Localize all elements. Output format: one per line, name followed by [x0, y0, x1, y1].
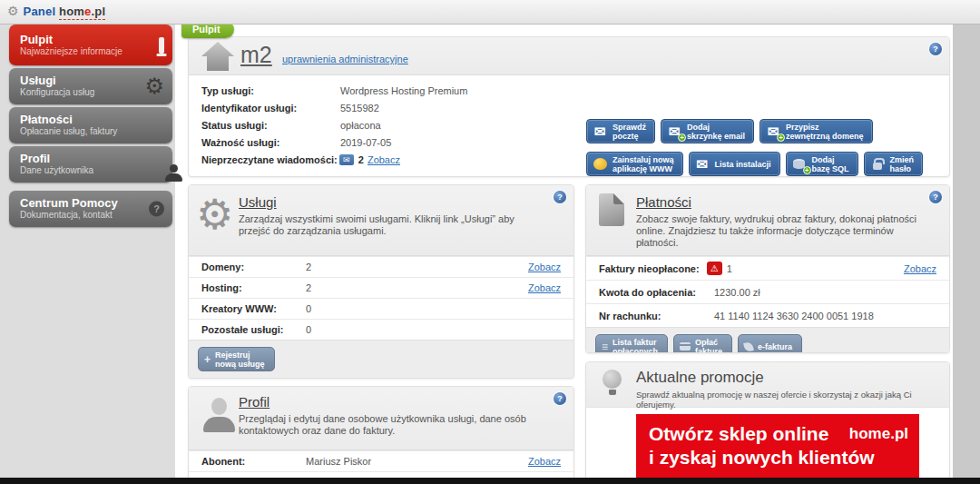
row-label: Ważność usługi:: [201, 137, 340, 148]
help-icon[interactable]: ?: [929, 191, 942, 203]
payments-row-unpaid: Faktury nieopłacone: ⚠ 1 Zobacz: [586, 256, 949, 280]
document-icon: [599, 193, 624, 226]
payments-description: Zobacz swoje faktury, wydrukuj obraz fak…: [636, 213, 922, 249]
logo-panel-word: Panel: [24, 5, 56, 18]
row-label: Status usługi:: [201, 120, 340, 131]
services-card-header: ⚙ Usługi Zarządzaj wszystkimi swoimi usł…: [189, 185, 573, 256]
check-mail-button[interactable]: ✉ Sprawdźpocztę: [586, 119, 655, 143]
assign-external-domain-button[interactable]: ✉+ Przypiszzewnętrzną domenę: [760, 119, 873, 143]
row-label: Hosting:: [201, 282, 306, 293]
sidebar: Pulpit Najważniejsze informacje Usługi K…: [9, 25, 172, 230]
see-link[interactable]: Zobacz: [528, 282, 561, 293]
payments-card-footer: ≡ Lista fakturopłaconych Opłaćfakturę e-…: [586, 327, 949, 353]
sidebar-item-sublabel: Najważniejsze informacje: [20, 46, 142, 57]
see-link[interactable]: Zobacz: [528, 456, 561, 467]
service-row-type: Typ usługi: Wordpress Hosting Premium: [201, 82, 936, 99]
payments-title-link[interactable]: Płatności: [636, 194, 922, 210]
services-card: ⚙ Usługi Zarządzaj wszystkimi swoimi usł…: [188, 184, 574, 379]
panel-logo-icon: ⚙: [7, 4, 19, 18]
promotions-card: Aktualne promocje Sprawdź aktualną promo…: [585, 361, 950, 484]
sidebar-item-sublabel: Dane użytkownika: [20, 165, 142, 176]
row-label: Faktury nieopłacone:: [599, 263, 700, 274]
sidebar-item-uslugi[interactable]: Usługi Konfiguracja usług ⚙: [9, 68, 172, 104]
payments-card: Płatności Zobacz swoje faktury, wydrukuj…: [585, 184, 950, 353]
e-invoice-button[interactable]: e-faktura: [738, 334, 802, 353]
logo-home-word: home.pl: [59, 5, 105, 20]
row-label: Kreatory WWW:: [201, 303, 306, 314]
row-value: 5515982: [340, 103, 379, 114]
row-value: 2: [306, 262, 311, 272]
row-value: 2: [306, 282, 311, 293]
promotions-title: Aktualne promocje: [636, 369, 922, 387]
house-icon: [201, 41, 235, 74]
sidebar-item-platnosci[interactable]: Płatności Opłacanie usług, faktury: [9, 107, 172, 143]
monitor-icon: [159, 40, 164, 51]
unpaid-count: 1: [727, 263, 732, 274]
gear-icon: ⚙: [196, 194, 233, 234]
envelope-icon: ✉: [339, 154, 354, 165]
top-bar: ⚙ Panel home.pl: [0, 0, 980, 25]
person-icon: [201, 396, 238, 436]
promo-banner-line1: Otwórz sklep online: [649, 422, 875, 446]
see-link[interactable]: Zobacz: [904, 263, 936, 274]
gear-icon: ⚙: [144, 76, 164, 96]
sidebar-item-label: Płatności: [20, 113, 142, 126]
row-value: opłacona: [340, 120, 381, 131]
list-icon: ≡: [602, 342, 608, 351]
admin-permissions-link[interactable]: uprawnienia administracyjne: [282, 54, 408, 64]
sidebar-item-sublabel: Konfiguracja usług: [20, 87, 142, 98]
sidebar-item-pulpit[interactable]: Pulpit Najważniejsze informacje: [9, 25, 172, 65]
help-icon[interactable]: ?: [929, 43, 942, 55]
envelope-plus-icon: ✉+: [765, 124, 781, 139]
promo-banner-brand: home.pl: [849, 425, 908, 443]
row-label: Pozostałe usługi:: [201, 324, 306, 335]
logo-e: e: [84, 5, 91, 18]
services-row-other: Pozostałe usługi: 0: [189, 319, 573, 340]
help-icon[interactable]: ?: [554, 392, 566, 405]
sidebar-item-label: Pulpit: [20, 33, 142, 46]
row-value: Wordpress Hosting Premium: [340, 85, 467, 96]
panel-logo[interactable]: ⚙ Panel home.pl: [7, 4, 105, 18]
services-title-link[interactable]: Usługi: [239, 194, 546, 210]
panel-logo-text: Panel home.pl: [24, 5, 106, 18]
install-www-app-button[interactable]: Zainstaluj nowąaplikację WWW: [586, 152, 683, 176]
row-value: 0: [306, 303, 311, 314]
sidebar-item-profil[interactable]: Profil Dane użytkownika: [9, 146, 172, 183]
sidebar-item-label: Usługi: [20, 74, 142, 87]
installation-list-button[interactable]: ✉ Lista instalacji: [689, 152, 780, 176]
service-summary-card: m2 uprawnienia administracyjne ? Typ usł…: [188, 36, 950, 177]
help-icon[interactable]: ?: [554, 191, 566, 203]
paid-invoices-list-button[interactable]: ≡ Lista fakturopłaconych: [595, 334, 668, 353]
pay-invoice-button[interactable]: Opłaćfakturę: [673, 334, 732, 353]
see-link[interactable]: Zobacz: [528, 262, 561, 272]
service-name-link[interactable]: m2: [240, 41, 272, 68]
row-value: Mariusz Piskor: [306, 456, 371, 467]
promotions-description: Sprawdź aktualną promocję w naszej oferc…: [636, 390, 922, 410]
row-label: Nr rachunku:: [599, 311, 714, 321]
sidebar-item-label: Profil: [20, 152, 142, 165]
services-row-creators: Kreatory WWW: 0: [189, 298, 573, 319]
services-row-domains: Domeny: 2 Zobacz: [189, 256, 573, 277]
promo-banner-line2: i zyskaj nowych klientów: [649, 446, 875, 469]
logo-hom: hom: [59, 5, 84, 18]
add-mailbox-button[interactable]: ✉+ Dodajskrzynkę email: [661, 119, 754, 143]
bottom-edge-bar: [0, 478, 980, 484]
row-label: Abonent:: [201, 456, 306, 467]
row-label: Kwota do opłacenia:: [599, 287, 714, 298]
add-sql-database-button[interactable]: + Dodajbazę SQL: [786, 152, 858, 176]
row-value: 2019-07-05: [340, 137, 391, 148]
row-label: Typ usługi:: [201, 85, 340, 96]
warning-icon: ⚠: [707, 262, 722, 275]
row-label: Domeny:: [201, 262, 306, 272]
services-description: Zarządzaj wszystkimi swoimi usługami. Kl…: [239, 213, 546, 237]
payments-card-header: Płatności Zobacz swoje faktury, wydrukuj…: [586, 185, 949, 256]
service-card-body: Typ usługi: Wordpress Hosting Premium Id…: [189, 75, 949, 177]
unread-count: 2: [358, 154, 364, 165]
messages-see-link[interactable]: Zobacz: [368, 154, 400, 165]
sidebar-item-centrum-pomocy[interactable]: Centrum Pomocy Dokumentacja, kontakt ?: [9, 191, 172, 227]
register-new-service-button[interactable]: + Rejestrujnową usługę: [198, 347, 275, 371]
envelope-icon: ✉: [592, 124, 608, 139]
profile-title-link[interactable]: Profil: [239, 394, 546, 410]
change-password-button[interactable]: Zmieńhasło: [864, 152, 924, 176]
promo-banner[interactable]: Otwórz sklep online i zyskaj nowych klie…: [636, 414, 919, 484]
